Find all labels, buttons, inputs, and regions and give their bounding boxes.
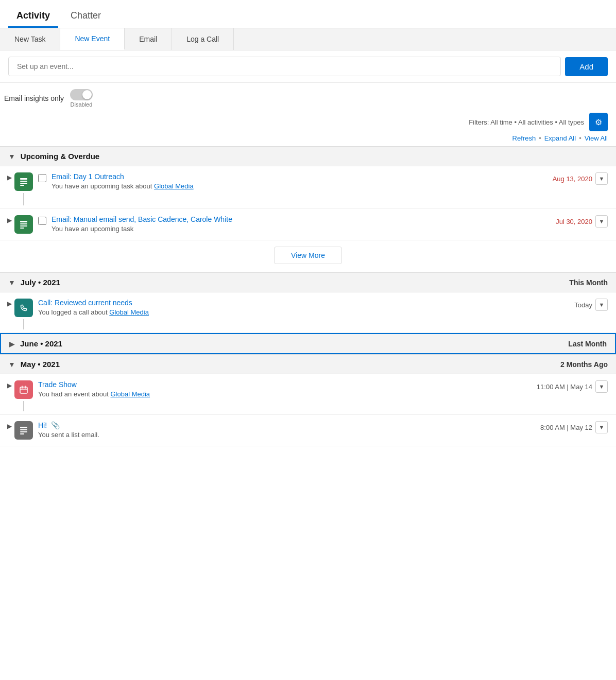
- connector-line-trade-show: [23, 401, 24, 411]
- email-insights-toggle[interactable]: [70, 89, 93, 100]
- svg-rect-8: [20, 387, 27, 393]
- link-global-media-call[interactable]: Global Media: [109, 308, 149, 316]
- task-icon-email-day1: [14, 172, 33, 191]
- activity-item-trade-show: ▶ Trade Show You had an event about Glob…: [0, 374, 616, 415]
- date-email-day1: Aug 13, 2020: [553, 175, 592, 183]
- toggle-container: Disabled: [70, 89, 93, 108]
- section-title-july: July • 2021: [21, 278, 60, 287]
- expand-all-link[interactable]: Expand All: [544, 134, 576, 142]
- activity-item-email-day1: ▶ Email: Day 1 Outreach You have an upco…: [0, 166, 616, 209]
- dropdown-email-day1[interactable]: ▼: [595, 172, 608, 185]
- tab-log-call[interactable]: Log a Call: [172, 28, 234, 50]
- svg-rect-7: [20, 228, 24, 229]
- title-trade-show[interactable]: Trade Show: [38, 380, 77, 389]
- link-global-media-trade-show[interactable]: Global Media: [111, 390, 150, 398]
- svg-rect-12: [20, 433, 24, 434]
- email-insights-label: Email insights only: [4, 94, 64, 102]
- dropdown-trade-show[interactable]: ▼: [595, 380, 608, 393]
- header-tabs: Activity Chatter: [0, 0, 616, 28]
- activity-item-hi-email: ▶ Hi! 📎 You sent a list email. 8:00 AM |…: [0, 415, 616, 446]
- chevron-right-icon-june: ▶: [9, 340, 15, 348]
- title-email-day1[interactable]: Email: Day 1 Outreach: [52, 172, 124, 181]
- dropdown-hi-email[interactable]: ▼: [595, 421, 608, 433]
- section-title-upcoming: Upcoming & Overdue: [21, 152, 99, 161]
- checkbox-email-manual[interactable]: [38, 217, 46, 225]
- link-global-media-1[interactable]: Global Media: [154, 182, 194, 190]
- tab-activity[interactable]: Activity: [8, 6, 58, 28]
- chevron-down-icon-may: ▼: [8, 360, 15, 369]
- action-tabs-bar: New Task New Event Email Log a Call: [0, 28, 616, 50]
- refresh-link[interactable]: Refresh: [512, 134, 536, 142]
- sep2: •: [579, 134, 581, 142]
- section-upcoming-overdue[interactable]: ▼ Upcoming & Overdue: [0, 146, 616, 166]
- gear-button[interactable]: ⚙: [589, 113, 608, 131]
- subtitle-hi-email: You sent a list email.: [38, 431, 534, 443]
- email-insights-row: Email insights only Disabled: [0, 83, 616, 110]
- tab-chatter[interactable]: Chatter: [62, 6, 109, 28]
- section-right-may: 2 Months Ago: [560, 360, 608, 369]
- section-june-2021[interactable]: ▶ June • 2021 Last Month: [0, 333, 616, 354]
- date-email-manual: Jul 30, 2020: [556, 218, 592, 225]
- connector-line-1: [23, 193, 24, 205]
- svg-rect-9: [20, 427, 27, 428]
- quick-links-row: Refresh • Expand All • View All: [0, 133, 616, 146]
- view-more-row-upcoming: View More: [0, 240, 616, 272]
- expand-icon-trade-show[interactable]: ▶: [4, 380, 14, 389]
- view-more-button[interactable]: View More: [274, 247, 342, 264]
- expand-icon-email-day1[interactable]: ▶: [4, 172, 14, 181]
- tab-email[interactable]: Email: [125, 28, 172, 50]
- view-all-link[interactable]: View All: [585, 134, 608, 142]
- activity-item-call-reviewed: ▶ Call: Reviewed current needs You logge…: [0, 292, 616, 333]
- list-email-icon-hi: [14, 421, 33, 440]
- section-right-july: This Month: [569, 278, 608, 287]
- subtitle-email-day1: You have an upcoming task about Global M…: [52, 182, 546, 194]
- event-icon-trade-show: [14, 380, 33, 399]
- checkbox-email-day1[interactable]: [38, 174, 46, 182]
- gear-icon: ⚙: [595, 117, 602, 127]
- expand-icon-email-manual[interactable]: ▶: [4, 215, 14, 224]
- section-july-2021[interactable]: ▼ July • 2021 This Month: [0, 272, 616, 292]
- dropdown-call[interactable]: ▼: [595, 299, 608, 311]
- chevron-down-icon-july: ▼: [8, 278, 15, 287]
- subtitle-call-reviewed: You logged a call about Global Media: [38, 308, 568, 320]
- svg-rect-1: [20, 181, 27, 182]
- title-hi-email[interactable]: Hi!: [38, 421, 47, 429]
- tab-new-task[interactable]: New Task: [0, 28, 60, 50]
- tab-new-event[interactable]: New Event: [60, 28, 125, 50]
- activity-item-email-manual: ▶ Email: Manual email send, Basic Cadenc…: [0, 209, 616, 240]
- toggle-status: Disabled: [71, 101, 93, 108]
- filters-text: Filters: All time • All activities • All…: [469, 118, 584, 126]
- section-right-june: Last Month: [568, 340, 607, 348]
- expand-icon-call[interactable]: ▶: [4, 299, 14, 307]
- svg-rect-10: [20, 429, 27, 430]
- dropdown-email-manual[interactable]: ▼: [595, 215, 608, 228]
- chevron-down-icon: ▼: [8, 152, 15, 161]
- connector-line-call: [23, 319, 24, 329]
- event-input[interactable]: [8, 57, 561, 76]
- date-hi-email: 8:00 AM | May 12: [540, 424, 592, 431]
- task-icon-email-manual: [14, 215, 33, 234]
- date-call: Today: [574, 301, 592, 309]
- title-email-manual[interactable]: Email: Manual email send, Basic Cadence,…: [52, 215, 232, 223]
- svg-rect-3: [20, 185, 24, 186]
- svg-rect-2: [20, 183, 27, 184]
- svg-rect-6: [20, 225, 27, 226]
- subtitle-email-manual: You have an upcoming task: [52, 225, 550, 237]
- subtitle-trade-show: You had an event about Global Media: [38, 390, 531, 402]
- expand-icon-hi[interactable]: ▶: [4, 421, 14, 430]
- svg-rect-5: [20, 223, 27, 224]
- title-call-reviewed[interactable]: Call: Reviewed current needs: [38, 299, 132, 307]
- section-may-2021[interactable]: ▼ May • 2021 2 Months Ago: [0, 354, 616, 374]
- event-input-area: Add: [0, 50, 616, 83]
- filters-row: Filters: All time • All activities • All…: [0, 110, 616, 133]
- section-title-may: May • 2021: [21, 360, 60, 369]
- sep1: •: [539, 134, 541, 142]
- svg-rect-0: [20, 178, 27, 180]
- call-icon: [14, 299, 33, 317]
- section-title-june: June • 2021: [20, 339, 62, 348]
- svg-rect-4: [20, 221, 27, 222]
- svg-rect-11: [20, 431, 27, 432]
- attachment-icon: 📎: [51, 421, 60, 429]
- date-trade-show: 11:00 AM | May 14: [537, 383, 592, 391]
- add-button[interactable]: Add: [565, 57, 608, 76]
